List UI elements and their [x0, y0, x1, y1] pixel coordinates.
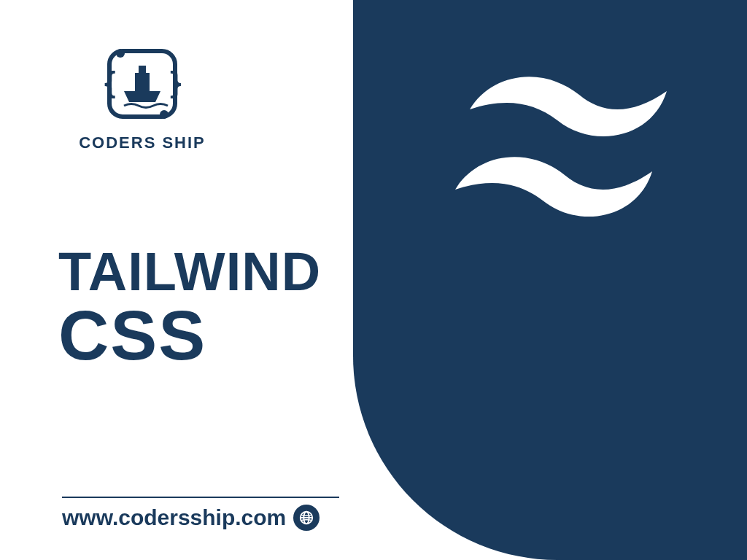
globe-icon	[293, 505, 320, 531]
svg-rect-5	[135, 73, 150, 91]
svg-point-2	[160, 110, 169, 119]
headline-line1: TAILWIND	[58, 241, 321, 303]
divider	[62, 497, 339, 498]
svg-text:{: {	[104, 66, 116, 98]
headline-line2: CSS	[58, 295, 321, 376]
footer-url-row: www.codersship.com	[62, 505, 320, 531]
brand-block: { } CODERS SHIP	[69, 40, 215, 152]
svg-text:}: }	[170, 66, 182, 98]
brand-name: CODERS SHIP	[69, 133, 215, 152]
promo-card: BEST PRACTICES { } CODERS SHIP TAILWI	[0, 0, 747, 560]
svg-point-1	[116, 49, 125, 58]
headline: TAILWIND CSS	[58, 241, 321, 376]
brand-logo-icon: { }	[98, 40, 186, 128]
right-panel: BEST PRACTICES	[353, 0, 747, 560]
website-url[interactable]: www.codersship.com	[62, 505, 286, 530]
tailwind-logo-icon	[448, 58, 696, 219]
svg-rect-6	[139, 66, 146, 74]
